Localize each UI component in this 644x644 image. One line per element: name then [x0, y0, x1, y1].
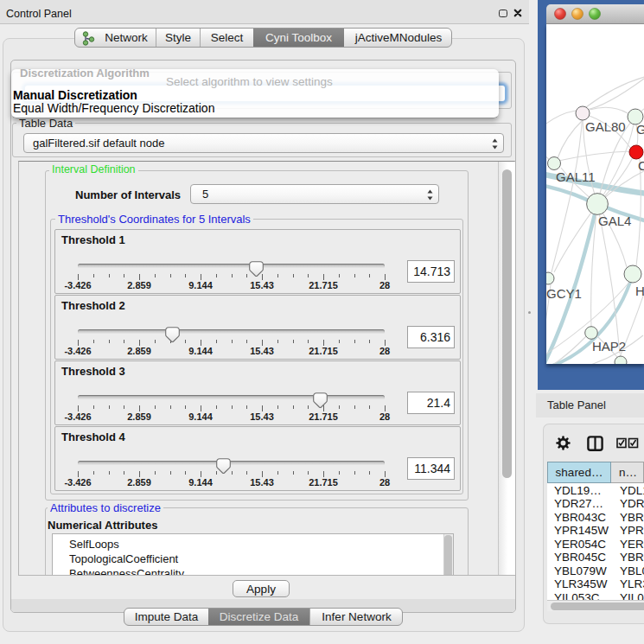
- svg-text:HAP2: HAP2: [592, 339, 626, 354]
- svg-text:HIS7: HIS7: [635, 284, 644, 298]
- svg-text:GAL4: GAL4: [598, 214, 631, 228]
- svg-text:GCY1: GCY1: [546, 286, 582, 301]
- svg-text:GAL6: GAL6: [636, 122, 644, 137]
- svg-text:CYC8: CYC8: [638, 158, 644, 173]
- svg-text:GAL80: GAL80: [585, 119, 626, 134]
- svg-text:GAL11: GAL11: [556, 169, 596, 184]
